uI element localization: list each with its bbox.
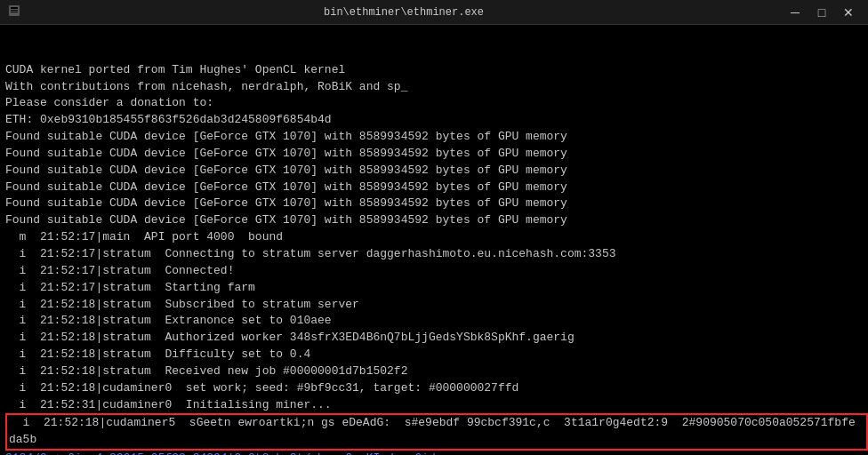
svg-rect-2 xyxy=(11,10,18,11)
terminal-line: Found suitable CUDA device [GeForce GTX … xyxy=(5,163,863,180)
terminal-line: i 21:52:18|stratum Difficulty set to 0.4 xyxy=(5,347,863,363)
terminal-line: m 21:52:17|main API port 4000 bound xyxy=(5,229,863,246)
terminal-line: Found suitable CUDA device [GeForce GTX … xyxy=(5,212,863,229)
terminal-line: i 21:52:17|stratum Connecting to stratum… xyxy=(5,246,863,263)
terminal-line: i 21:52:18|cudaminer0 set work; seed: #9… xyxy=(5,380,863,397)
terminal-line: Found suitable CUDA device [GeForce GTX … xyxy=(5,180,863,196)
terminal-line: i 21:52:17|stratum Starting farm xyxy=(5,280,863,297)
maximize-button[interactable]: □ xyxy=(809,3,834,22)
close-button[interactable]: ✕ xyxy=(836,3,861,22)
terminal-line: i 21:52:18|stratum Received new job #000… xyxy=(5,363,863,380)
terminal-lines: CUDA kernel ported from Tim Hughes' Open… xyxy=(5,62,863,455)
titlebar-icon xyxy=(7,4,25,21)
terminal-line: Found suitable CUDA device [GeForce GTX … xyxy=(5,129,863,146)
svg-rect-1 xyxy=(11,7,18,9)
svg-rect-3 xyxy=(11,12,18,12)
window-controls: ─ □ ✕ xyxy=(783,3,861,22)
terminal-output: CUDA kernel ported from Tim Hughes' Open… xyxy=(0,25,868,455)
minimize-button[interactable]: ─ xyxy=(783,3,808,22)
terminal-line: CUDA kernel ported from Tim Hughes' Open… xyxy=(5,62,863,79)
window-title: bin\ethminer\ethminer.exe xyxy=(324,6,484,19)
terminal-line: i 21:52:17|stratum Connected! xyxy=(5,263,863,280)
terminal-line: Found suitable CUDA device [GeForce GTX … xyxy=(5,196,863,212)
window-container: bin\ethminer\ethminer.exe ─ □ ✕ CUDA ker… xyxy=(0,0,868,455)
terminal-line: i 21:52:31|cudaminer0 Initialising miner… xyxy=(5,397,863,414)
terminal-line: Found suitable CUDA device [GeForce GTX … xyxy=(5,146,863,163)
terminal-line: ETH: 0xeb9310b185455f863f526dab3d245809f… xyxy=(5,112,863,129)
terminal-line: 3184/9 + 6ie 4 82615:95f28:04394|9s0t8rb… xyxy=(5,451,863,455)
terminal-line: Please consider a donation to: xyxy=(5,95,863,112)
terminal-line: i 21:52:18|stratum Extranonce set to 010… xyxy=(5,313,863,330)
terminal-line: i 21:52:18|stratum Subscribed to stratum… xyxy=(5,297,863,314)
titlebar: bin\ethminer\ethminer.exe ─ □ ✕ xyxy=(0,0,868,25)
terminal-line: With contributions from nicehash, nerdra… xyxy=(5,79,863,96)
terminal-line: i 21:52:18|stratum Authorized worker 348… xyxy=(5,330,863,347)
